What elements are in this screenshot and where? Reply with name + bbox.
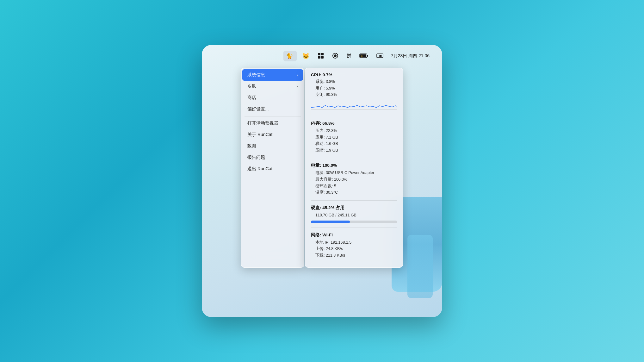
disk-title: 硬盘: 45.2% 占用 [311,205,397,211]
battery-details: 电源: 30W USB-C Power Adapter 最大容量: 100.0%… [311,170,397,196]
svg-rect-4 [321,56,324,59]
menubar-runcat[interactable]: 🐈 [283,51,297,61]
menubar-battery[interactable]: ⚡ [357,51,371,61]
memory-linked: 联动: 1.6 GB [315,140,397,147]
svg-rect-15 [381,55,382,57]
network-details: 本地 IP: 192.168.1.5 上传: 24.8 KB/s 下载: 211… [311,239,397,259]
memory-compressed: 压缩: 1.9 GB [315,147,397,154]
svg-point-6 [334,54,337,57]
svg-rect-14 [380,55,381,57]
svg-text:⚡: ⚡ [360,54,363,58]
runcat-icon: 🐈 [286,52,294,60]
menu-item-system-info[interactable]: 系统信息 › [242,69,303,81]
battery-max-capacity: 最大容量: 100.0% [315,176,397,183]
menu-item-about[interactable]: 关于 RunCat [242,129,303,140]
grid-icon [318,53,324,60]
disk-usage: 110.70 GB / 245.11 GB [311,212,397,219]
menu-item-report[interactable]: 报告问题 [242,152,303,163]
menubar-cat2[interactable]: 🐱 [300,51,312,61]
svg-rect-2 [321,53,324,55]
mac-window: 🐈 🐱 [202,45,442,317]
network-download: 下载: 211.8 KB/s [315,252,397,259]
bg-shape-2 [407,235,433,298]
battery-temperature: 温度: 30.3°C [315,189,397,196]
thanks-label: 致谢 [247,143,256,149]
svg-rect-1 [318,53,320,55]
pinyin-label: 拼 [347,53,351,59]
network-section: 网络: Wi-Fi 本地 IP: 192.168.1.5 上传: 24.8 KB… [311,232,397,263]
battery-title: 电量: 100.0% [311,163,397,168]
menubar: 🐈 🐱 [202,45,442,61]
disk-bar-container [311,221,397,223]
menubar-pinyin[interactable]: 拼 [344,51,354,61]
svg-text:🐈: 🐈 [286,53,293,59]
memory-title: 内存: 66.8% [311,121,397,126]
menu-item-quit[interactable]: 退出 RunCat [242,163,303,175]
cpu-section: CPU: 9.7% 系统: 3.8% 用户: 5.9% 空闲: 90.3% [311,72,397,116]
skin-chevron: › [297,84,298,89]
cpu-idle: 空闲: 90.3% [315,91,397,98]
menu-item-preferences[interactable]: 偏好设置... [242,103,303,115]
memory-details: 压力: 22.3% 应用: 7.1 GB 联动: 1.6 GB 压缩: 1.9 … [311,128,397,154]
network-upload: 上传: 24.8 KB/s [315,246,397,252]
battery-section: 电量: 100.0% 电源: 30W USB-C Power Adapter 最… [311,163,397,201]
system-info-label: 系统信息 [247,72,265,78]
cpu-details: 系统: 3.8% 用户: 5.9% 空闲: 90.3% [311,78,397,98]
svg-rect-12 [378,55,378,57]
menu-separator-1 [245,116,301,116]
cpu-chart [311,101,397,110]
disk-bar-fill [311,221,350,223]
network-title: 网络: Wi-Fi [311,232,397,238]
system-info-chevron: › [297,73,298,77]
svg-rect-8 [367,55,368,57]
menubar-datetime: 7月28日 周四 21:06 [391,53,430,59]
battery-power-source: 电源: 30W USB-C Power Adapter [315,170,397,176]
disk-section: 硬盘: 45.2% 占用 110.70 GB / 245.11 GB [311,205,397,228]
memory-pressure: 压力: 22.3% [315,128,397,134]
dropdown-container: 系统信息 › 皮肤 › 商店 偏好设置... 打开活动监视器 [241,68,403,268]
preferences-label: 偏好设置... [247,106,269,112]
menubar-grid[interactable] [315,51,326,61]
menubar-memory[interactable] [374,51,386,61]
cpu-system: 系统: 3.8% [315,78,397,85]
menu-item-skin[interactable]: 皮肤 › [242,81,303,92]
battery-cycle-count: 循环次数: 5 [315,183,397,190]
report-label: 报告问题 [247,155,265,160]
cpu-user: 用户: 5.9% [315,85,397,92]
menu-item-store[interactable]: 商店 [242,92,303,103]
menu-item-thanks[interactable]: 致谢 [242,140,303,152]
memory-icon [376,53,383,59]
cpu-title: CPU: 9.7% [311,72,397,77]
store-label: 商店 [247,95,256,101]
battery-icon: ⚡ [359,53,368,59]
cat2-icon: 🐱 [302,53,309,59]
network-local-ip: 本地 IP: 192.168.1.5 [315,239,397,246]
svg-rect-13 [379,55,380,57]
right-panel: CPU: 9.7% 系统: 3.8% 用户: 5.9% 空闲: 90.3% [305,68,403,268]
menu-item-activity-monitor[interactable]: 打开活动监视器 [242,118,303,129]
about-label: 关于 RunCat [247,132,272,138]
quit-label: 退出 RunCat [247,166,272,172]
left-menu: 系统信息 › 皮肤 › 商店 偏好设置... 打开活动监视器 [241,68,304,268]
circle-icon [332,53,338,60]
activity-monitor-label: 打开活动监视器 [247,121,278,126]
svg-rect-3 [318,56,320,59]
content-area: 系统信息 › 皮肤 › 商店 偏好设置... 打开活动监视器 [202,61,442,317]
skin-label: 皮肤 [247,84,256,89]
memory-app: 应用: 7.1 GB [315,134,397,141]
menubar-circle[interactable] [330,51,341,61]
memory-section: 内存: 66.8% 压力: 22.3% 应用: 7.1 GB 联动: 1.6 G… [311,121,397,159]
